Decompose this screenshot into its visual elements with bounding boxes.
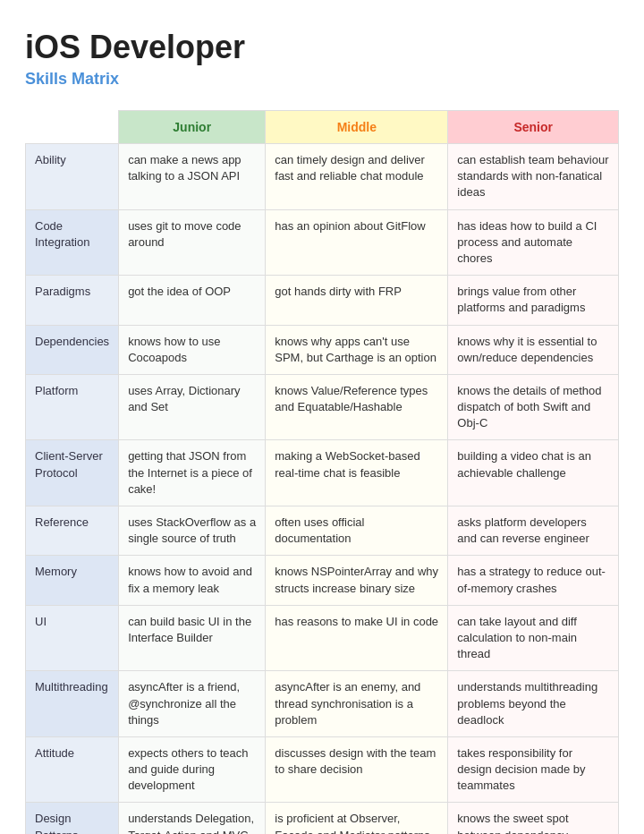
senior-cell: asks platform developers and can reverse… <box>448 506 619 556</box>
senior-cell: knows why it is essential to own/reduce … <box>448 325 619 374</box>
senior-cell: knows the details of method dispatch of … <box>448 374 619 440</box>
junior-cell: getting that JSON from the Internet is a… <box>119 440 266 506</box>
junior-cell: knows how to use Cocoapods <box>119 325 266 374</box>
senior-cell: can establish team behaviour standards w… <box>448 144 619 210</box>
middle-cell: has an opinion about GitFlow <box>266 209 448 276</box>
category-cell: Ability <box>26 144 119 210</box>
middle-cell: discusses design with the team to share … <box>266 736 448 803</box>
junior-cell: uses StackOverflow as a single source of… <box>119 506 266 556</box>
middle-cell: is proficient at Observer, Facade and Me… <box>266 803 448 834</box>
header-empty <box>26 111 119 144</box>
header-middle: Middle <box>266 111 448 144</box>
category-cell: Dependencies <box>26 325 119 374</box>
category-cell: Client-Server Protocol <box>26 440 119 506</box>
table-row: Client-Server Protocolgetting that JSON … <box>26 440 619 506</box>
senior-cell: building a video chat is an achievable c… <box>448 440 619 506</box>
senior-cell: can take layout and diff calculation to … <box>448 605 619 671</box>
middle-cell: has reasons to make UI in code <box>266 605 448 671</box>
senior-cell: knows the sweet spot between dependency … <box>448 803 619 834</box>
middle-cell: often uses official documentation <box>266 506 448 556</box>
junior-cell: can build basic UI in the Interface Buil… <box>119 605 266 671</box>
category-cell: Platform <box>26 374 119 440</box>
junior-cell: got the idea of OOP <box>119 276 266 325</box>
page-subtitle: Skills Matrix <box>25 70 619 89</box>
skills-matrix-table: Junior Middle Senior Abilitycan make a n… <box>25 110 619 834</box>
table-row: Abilitycan make a news app talking to a … <box>26 144 619 210</box>
table-row: Platformuses Array, Dictionary and Setkn… <box>26 374 619 440</box>
senior-cell: has a strategy to reduce out-of-memory c… <box>448 556 619 605</box>
middle-cell: knows Value/Reference types and Equatabl… <box>266 374 448 440</box>
junior-cell: uses git to move code around <box>119 209 266 276</box>
category-cell: Code Integration <box>26 209 119 276</box>
category-cell: Paradigms <box>26 276 119 325</box>
table-row: Paradigmsgot the idea of OOPgot hands di… <box>26 276 619 325</box>
category-cell: Reference <box>26 506 119 556</box>
table-row: UIcan build basic UI in the Interface Bu… <box>26 605 619 671</box>
table-row: MultithreadingasyncAfter is a friend, @s… <box>26 671 619 737</box>
junior-cell: knows how to avoid and fix a memory leak <box>119 556 266 605</box>
senior-cell: brings value from other platforms and pa… <box>448 276 619 325</box>
middle-cell: asyncAfter is an enemy, and thread synch… <box>266 671 448 737</box>
page-title: iOS Developer <box>25 29 619 66</box>
header-junior: Junior <box>119 111 266 144</box>
table-row: Memoryknows how to avoid and fix a memor… <box>26 556 619 605</box>
middle-cell: knows NSPointerArray and why structs inc… <box>266 556 448 605</box>
category-cell: Attitude <box>26 736 119 803</box>
junior-cell: asyncAfter is a friend, @synchronize all… <box>119 671 266 737</box>
junior-cell: uses Array, Dictionary and Set <box>119 374 266 440</box>
middle-cell: can timely design and deliver fast and r… <box>266 144 448 210</box>
table-row: Design Patternsunderstands Delegation, T… <box>26 803 619 834</box>
category-cell: Design Patterns <box>26 803 119 834</box>
junior-cell: expects others to teach and guide during… <box>119 736 266 803</box>
table-row: Referenceuses StackOverflow as a single … <box>26 506 619 556</box>
middle-cell: making a WebSocket-based real-time chat … <box>266 440 448 506</box>
senior-cell: understands multithreading problems beyo… <box>448 671 619 737</box>
table-row: Dependenciesknows how to use Cocoapodskn… <box>26 325 619 374</box>
category-cell: UI <box>26 605 119 671</box>
senior-cell: takes responsibility for design decision… <box>448 736 619 803</box>
middle-cell: knows why apps can't use SPM, but Cartha… <box>266 325 448 374</box>
junior-cell: understands Delegation, Target-Action an… <box>119 803 266 834</box>
category-cell: Multithreading <box>26 671 119 737</box>
table-row: Code Integrationuses git to move code ar… <box>26 209 619 276</box>
senior-cell: has ideas how to build a CI process and … <box>448 209 619 276</box>
category-cell: Memory <box>26 556 119 605</box>
junior-cell: can make a news app talking to a JSON AP… <box>119 144 266 210</box>
header-senior: Senior <box>448 111 619 144</box>
table-row: Attitudeexpects others to teach and guid… <box>26 736 619 803</box>
middle-cell: got hands dirty with FRP <box>266 276 448 325</box>
